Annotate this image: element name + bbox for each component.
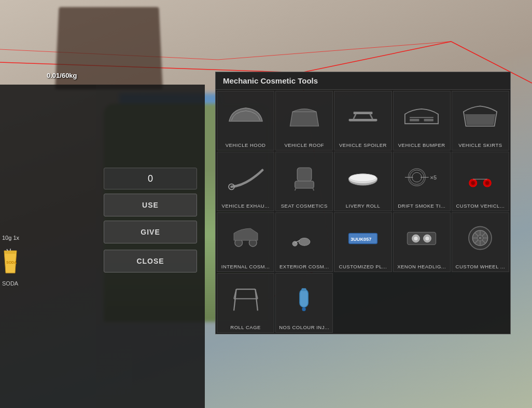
grid-item-vehicle-roof[interactable]: VEHICLE ROOF xyxy=(275,91,333,151)
svg-point-66 xyxy=(302,307,305,311)
svg-point-27 xyxy=(349,174,376,182)
svg-rect-19 xyxy=(424,119,433,121)
svg-line-24 xyxy=(313,188,314,191)
svg-point-50 xyxy=(426,237,429,240)
drift-smoke-label: DRIFT SMOKE TI... xyxy=(397,203,446,209)
svg-point-30 xyxy=(412,173,422,182)
cosmetic-tools-panel: Mechanic Cosmetic Tools VEHICLE HOODVEHI… xyxy=(215,72,511,334)
grid-item-livery-roll[interactable]: LIVERY ROLL xyxy=(334,152,391,211)
grid-item-custom-vehicle[interactable]: CUSTOM VEHICL... xyxy=(452,152,509,211)
exterior-cosm-icon xyxy=(276,213,332,264)
seat-cosmetics-label: SEAT COSMETICS xyxy=(280,203,329,209)
vehicle-exhaust-label: VEHICLE EXHAU... xyxy=(221,203,271,209)
cosmetic-panel-title: Mechanic Cosmetic Tools xyxy=(216,72,510,90)
svg-point-42 xyxy=(299,238,310,246)
grid-item-internal-cosm[interactable]: INTERNAL COSM... xyxy=(217,212,274,272)
svg-text:SODA: SODA xyxy=(6,261,17,264)
svg-point-49 xyxy=(414,237,418,240)
roll-cage-icon xyxy=(217,274,274,324)
vehicle-hood-icon xyxy=(217,91,274,142)
grid-item-vehicle-exhaust[interactable]: VEHICLE EXHAU... xyxy=(217,152,274,211)
grid-item-customized-pl[interactable]: 3UUK057CUSTOMIZED PL... xyxy=(334,212,391,272)
vehicle-roof-label: VEHICLE ROOF xyxy=(283,142,325,148)
vehicle-roof-icon xyxy=(276,91,332,142)
svg-rect-65 xyxy=(301,289,306,292)
grid-item-vehicle-bumper[interactable]: VEHICLE BUMPER xyxy=(393,91,451,151)
svg-text:×5: ×5 xyxy=(430,174,437,181)
svg-rect-21 xyxy=(297,168,312,181)
customized-pl-label: CUSTOMIZED PL... xyxy=(338,264,388,269)
vehicle-spoiler-icon xyxy=(334,91,391,142)
vehicle-bumper-label: VEHICLE BUMPER xyxy=(397,142,446,148)
xenon-headlig-label: XENON HEADLIG... xyxy=(396,264,447,269)
action-panel: 0 USE GIVE CLOSE xyxy=(96,85,205,408)
xenon-headlig-icon xyxy=(394,213,450,264)
vehicle-spoiler-label: VEHICLE SPOILER xyxy=(338,142,388,148)
svg-rect-22 xyxy=(295,181,314,188)
items-grid: VEHICLE HOODVEHICLE ROOFVEHICLE SPOILERV… xyxy=(216,90,510,334)
svg-rect-13 xyxy=(348,119,377,121)
use-button[interactable]: USE xyxy=(104,194,197,216)
livery-roll-label: LIVERY ROLL xyxy=(345,203,381,209)
svg-point-35 xyxy=(471,181,475,185)
internal-cosm-label: INTERNAL COSM... xyxy=(220,264,271,269)
drift-smoke-icon: ×5 xyxy=(394,152,450,203)
internal-cosm-icon xyxy=(217,213,274,264)
custom-wheel-icon xyxy=(452,213,509,264)
grid-item-vehicle-hood[interactable]: VEHICLE HOOD xyxy=(217,91,274,151)
weight-display: 0.01/60kg xyxy=(47,72,77,79)
item-quantity: 10g 1x xyxy=(2,235,19,241)
custom-vehicle-label: CUSTOM VEHICL... xyxy=(455,203,506,209)
grid-item-roll-cage[interactable]: ROLL CAGE xyxy=(217,273,274,333)
svg-line-15 xyxy=(354,114,356,119)
close-button[interactable]: CLOSE xyxy=(104,250,197,273)
svg-point-37 xyxy=(485,181,489,185)
vehicle-skirts-label: VEHICLE SKIRTS xyxy=(457,142,503,148)
customized-pl-icon: 3UUK057 xyxy=(334,213,391,264)
grid-item-drift-smoke[interactable]: ×5DRIFT SMOKE TI... xyxy=(393,152,451,211)
grid-item-vehicle-skirts[interactable]: VEHICLE SKIRTS xyxy=(452,91,509,151)
svg-rect-14 xyxy=(354,112,373,115)
soda-icon: SODA xyxy=(3,248,18,274)
grid-item-nos-colour[interactable]: NOS COLOUR INJ... xyxy=(275,273,333,333)
svg-rect-46 xyxy=(408,233,436,245)
svg-rect-64 xyxy=(300,289,309,307)
count-display: 0 xyxy=(104,168,197,189)
roll-cage-label: ROLL CAGE xyxy=(229,324,262,330)
svg-text:3UUK057: 3UUK057 xyxy=(351,237,371,242)
custom-vehicle-icon xyxy=(452,152,509,203)
svg-line-16 xyxy=(370,114,373,119)
svg-rect-8 xyxy=(5,251,16,254)
grid-item-custom-wheel[interactable]: CUSTOM WHEEL ... xyxy=(452,212,509,272)
seat-cosmetics-icon xyxy=(276,152,332,203)
vehicle-hood-label: VEHICLE HOOD xyxy=(225,142,267,148)
soda-label: SODA xyxy=(0,279,20,288)
vehicle-bumper-icon xyxy=(394,91,450,142)
nos-colour-label: NOS COLOUR INJ... xyxy=(278,324,330,330)
grid-item-xenon-headlig[interactable]: XENON HEADLIG... xyxy=(393,212,451,272)
vehicle-exhaust-icon xyxy=(217,152,274,203)
custom-wheel-label: CUSTOM WHEEL ... xyxy=(455,264,507,269)
livery-roll-icon xyxy=(334,152,391,203)
grid-item-vehicle-spoiler[interactable]: VEHICLE SPOILER xyxy=(334,91,391,151)
inventory-panel: 10g 1x SODA SODA xyxy=(0,85,96,408)
nos-colour-icon xyxy=(276,274,332,324)
give-button[interactable]: GIVE xyxy=(104,221,197,243)
svg-line-23 xyxy=(295,188,296,191)
grid-item-seat-cosmetics[interactable]: SEAT COSMETICS xyxy=(275,152,333,211)
exterior-cosm-label: EXTERIOR COSM... xyxy=(278,264,330,269)
vehicle-skirts-icon xyxy=(452,91,509,142)
grid-item-exterior-cosm[interactable]: EXTERIOR COSM... xyxy=(275,212,333,272)
svg-rect-18 xyxy=(410,119,419,121)
